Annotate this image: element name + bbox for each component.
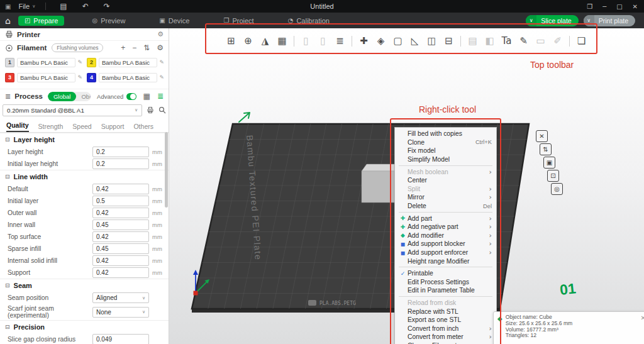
param-input-internal-solid-infill[interactable]: 0.42 — [92, 255, 149, 266]
param-input-support[interactable]: 0.42 — [92, 267, 149, 278]
menu-item-add-modifier[interactable]: ◆Add modifier› — [395, 231, 496, 240]
param-input-scarf-joint-seam-experimental[interactable]: None∨ — [92, 307, 149, 318]
remove-filament-button[interactable]: − — [132, 44, 136, 52]
undo-icon[interactable]: ↶ — [82, 2, 89, 11]
sync-preset-icon[interactable] — [147, 106, 154, 114]
plate-settings-icon[interactable]: ◎ — [551, 183, 563, 195]
split-plate-icon[interactable]: ≣ — [331, 33, 348, 49]
process-tab-quality[interactable]: Quality — [6, 121, 29, 132]
viewport-3d[interactable]: ⊞⊕◮▦▯▯≣✚◈▢◺◫⊟▤◧Ta✎▭✐❏ Bambu Textured PEI… — [169, 28, 644, 344]
save-project-icon[interactable]: ▤ — [60, 2, 67, 11]
menu-item-add-support-enforcer[interactable]: ◼Add support enforcer› — [395, 248, 496, 257]
info-close-icon[interactable]: ✕ — [641, 314, 644, 344]
printer-settings-gear-icon[interactable]: ⚙ — [157, 30, 164, 38]
sidebar-scrollbar-thumb[interactable] — [165, 132, 168, 208]
param-input-default[interactable]: 0.42 — [92, 184, 149, 194]
process-tab-speed[interactable]: Speed — [72, 123, 91, 132]
move-icon[interactable]: ✚ — [355, 33, 372, 49]
menu-item-convert-from-meter[interactable]: Convert from meter› — [395, 333, 496, 341]
menu-item-center[interactable]: Center — [395, 176, 496, 185]
layout-icon[interactable]: ❐ — [587, 3, 592, 10]
orient-plate-icon[interactable]: ▣ — [543, 157, 555, 169]
arrange-icon[interactable]: ▦ — [274, 33, 291, 49]
split-parts-icon[interactable]: ⊟ — [440, 33, 457, 49]
flushing-volumes-button[interactable]: Flushing volumes — [52, 43, 103, 52]
param-input-seam-position[interactable]: Aligned∨ — [92, 292, 149, 303]
section-layer-height[interactable]: ⊟Layer height — [0, 133, 169, 146]
section-seam[interactable]: ⊟Seam — [0, 279, 169, 292]
param-input-slice-gap-closing-radius[interactable]: 0.049 — [92, 334, 149, 344]
menu-item-add-part[interactable]: ✚Add part› — [395, 214, 496, 223]
file-menu[interactable]: File ∨ — [14, 3, 39, 10]
param-input-outer-wall[interactable]: 0.42 — [92, 208, 149, 218]
edit-filament-icon[interactable]: ✎ — [77, 59, 82, 65]
menu-item-edit-process-settings[interactable]: Edit Process Settings — [395, 278, 496, 287]
filament-slot-4[interactable]: 4Bambu PLA Basic✎ — [84, 71, 166, 84]
param-input-layer-height[interactable]: 0.2 — [92, 147, 149, 157]
auto-orient-icon[interactable]: ◮ — [257, 33, 274, 49]
menu-item-mirror[interactable]: Mirror› — [395, 193, 496, 202]
scope-objects-option[interactable]: Objects — [76, 93, 91, 100]
scope-global-option[interactable]: Global — [48, 92, 76, 101]
menu-item-delete[interactable]: DeleteDel — [395, 202, 496, 211]
close-icon[interactable]: ✕ — [633, 3, 638, 10]
rotate-icon[interactable]: ◈ — [372, 33, 389, 49]
color-painting-icon[interactable]: ✎ — [515, 33, 532, 49]
home-icon[interactable]: ⌂ — [5, 16, 11, 26]
menu-item-replace-with-stl[interactable]: Replace with STL — [395, 307, 496, 316]
scale-icon[interactable]: ▢ — [389, 33, 406, 49]
menu-item-export-as-one-stl[interactable]: Export as one STL — [395, 316, 496, 325]
param-input-inner-wall[interactable]: 0.45 — [92, 219, 149, 230]
sync-filament-icon[interactable]: ⇅ — [143, 44, 150, 52]
search-icon[interactable] — [158, 106, 166, 114]
tab-prepare[interactable]: ◰Prepare — [18, 16, 65, 26]
tab-project[interactable]: ❐Project — [217, 16, 260, 26]
menu-item-fix-model[interactable]: Fix model — [395, 147, 496, 155]
delete-plate-icon[interactable]: ✕ — [536, 130, 548, 142]
edit-filament-icon[interactable]: ✎ — [159, 74, 164, 80]
minimize-icon[interactable]: ─ — [602, 3, 606, 10]
slice-plate-button[interactable]: ∨ Slice plate — [526, 15, 578, 26]
menu-item-add-support-blocker[interactable]: ◼Add support blocker› — [395, 240, 496, 248]
menu-item-fill-bed-with-copies[interactable]: Fill bed with copies — [395, 130, 496, 138]
menu-item-clone[interactable]: CloneCtrl+K — [395, 138, 496, 147]
add-model-icon[interactable]: ⊞ — [223, 33, 240, 49]
print-plate-button[interactable]: ∨ Print plate — [584, 15, 635, 26]
edit-filament-icon[interactable]: ✎ — [77, 74, 82, 80]
menu-item-add-negative-part[interactable]: ✚Add negative part› — [395, 223, 496, 231]
redo-icon[interactable]: ↷ — [104, 2, 110, 11]
text-tool-icon[interactable]: Ta — [498, 33, 515, 49]
scope-toggle[interactable]: Global Objects — [48, 92, 91, 101]
lay-on-face-icon[interactable]: ◺ — [406, 33, 423, 49]
tab-preview[interactable]: ◎Preview — [86, 16, 131, 26]
arrange-plate-icon[interactable]: ⇅ — [540, 143, 552, 155]
add-filament-button[interactable]: + — [121, 44, 125, 52]
tab-calibration[interactable]: ◔Calibration — [282, 16, 336, 26]
process-tab-strength[interactable]: Strength — [38, 123, 64, 132]
split-objects-icon[interactable]: ◫ — [423, 33, 440, 49]
param-input-initial-layer[interactable]: 0.5 — [92, 196, 149, 206]
section-line-width[interactable]: ⊟Line width — [0, 170, 169, 183]
menu-item-printable[interactable]: ✓Printable — [395, 269, 496, 278]
assembly-view-icon[interactable]: ❏ — [573, 33, 590, 49]
process-tune-icon[interactable]: ≣ — [157, 92, 164, 100]
tab-device[interactable]: ▣Device — [153, 16, 196, 26]
menu-item-simplify-model[interactable]: Simplify Model — [395, 155, 496, 164]
add-plate-icon[interactable]: ⊕ — [240, 33, 257, 49]
print-options-chevron-icon[interactable]: ∨ — [584, 15, 594, 26]
filament-slot-2[interactable]: 2Bambu PLA Basic✎ — [84, 56, 166, 69]
filament-settings-gear-icon[interactable]: ⚙ — [157, 44, 164, 52]
section-precision[interactable]: ⊟Precision — [0, 320, 169, 333]
menu-item-convert-from-inch[interactable]: Convert from inch› — [395, 324, 496, 333]
menu-item-edit-in-parameter-table[interactable]: Edit in Parameter Table — [395, 286, 496, 295]
param-input-initial-layer-height[interactable]: 0.2 — [92, 158, 149, 169]
lock-plate-icon[interactable]: ⊡ — [547, 170, 559, 182]
menu-item-change-filament[interactable]: Change Filament› — [395, 341, 496, 344]
slice-options-chevron-icon[interactable]: ∨ — [526, 15, 536, 26]
parameter-table-icon[interactable]: ▦ — [143, 92, 150, 100]
advanced-toggle[interactable] — [126, 93, 136, 100]
param-input-sparse-infill[interactable]: 0.45 — [92, 243, 149, 254]
edit-filament-icon[interactable]: ✎ — [159, 59, 164, 65]
process-tab-others[interactable]: Others — [133, 123, 153, 132]
process-tab-support[interactable]: Support — [101, 123, 125, 132]
